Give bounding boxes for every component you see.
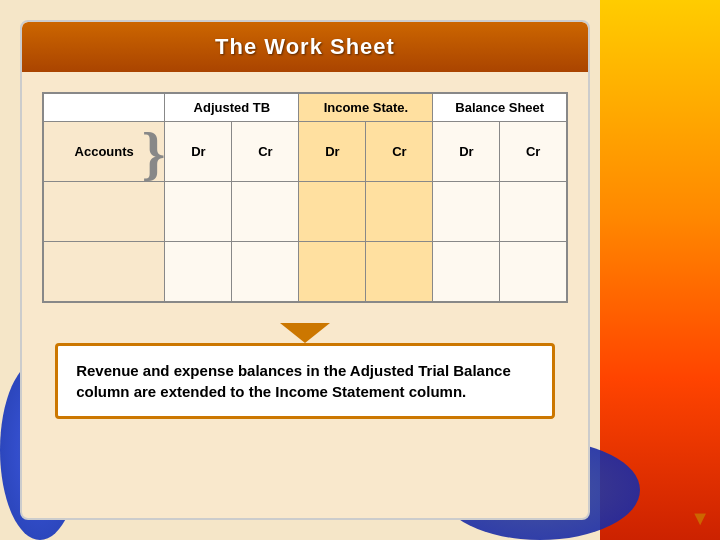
balance-sheet-header: Balance Sheet [433, 93, 567, 122]
row2-bal-dr [433, 242, 500, 302]
curly-brace-icon: } [142, 123, 166, 183]
row2-inc-dr [299, 242, 366, 302]
slide-content: Adjusted TB Income State. Balance Sheet … [22, 72, 588, 518]
description-box: Revenue and expense balances in the Adju… [55, 343, 555, 419]
row1-adj-dr [165, 182, 232, 242]
title-bar: The Work Sheet [22, 22, 588, 72]
row1-account [43, 182, 165, 242]
arrow-container [280, 323, 330, 343]
bal-dr-header: Dr [433, 122, 500, 182]
row2-adj-cr [232, 242, 299, 302]
accounts-label: Accounts [75, 144, 134, 159]
income-state-header: Income State. [299, 93, 433, 122]
description-text: Revenue and expense balances in the Adju… [76, 362, 511, 400]
bal-cr-header: Cr [500, 122, 567, 182]
adj-dr-header: Dr [165, 122, 232, 182]
adj-cr-header: Cr [232, 122, 299, 182]
worksheet-table-wrapper: Adjusted TB Income State. Balance Sheet … [42, 92, 568, 303]
accounts-cell: Accounts } [43, 122, 165, 182]
inc-cr-header: Cr [366, 122, 433, 182]
bottom-nav-arrow[interactable]: ▼ [690, 507, 710, 530]
row2-adj-dr [165, 242, 232, 302]
row1-inc-cr [366, 182, 433, 242]
row1-adj-cr [232, 182, 299, 242]
table-row [43, 242, 567, 302]
accounts-header [43, 93, 165, 122]
row2-bal-cr [500, 242, 567, 302]
slide-container: The Work Sheet Adjusted TB Income State.… [20, 20, 590, 520]
row1-bal-cr [500, 182, 567, 242]
row1-bal-dr [433, 182, 500, 242]
row1-inc-dr [299, 182, 366, 242]
worksheet-table: Adjusted TB Income State. Balance Sheet … [42, 92, 568, 303]
row2-inc-cr [366, 242, 433, 302]
inc-dr-header: Dr [299, 122, 366, 182]
row2-account [43, 242, 165, 302]
table-row [43, 182, 567, 242]
down-arrow-icon [280, 323, 330, 343]
slide-title: The Work Sheet [215, 34, 395, 59]
adjusted-tb-header: Adjusted TB [165, 93, 299, 122]
